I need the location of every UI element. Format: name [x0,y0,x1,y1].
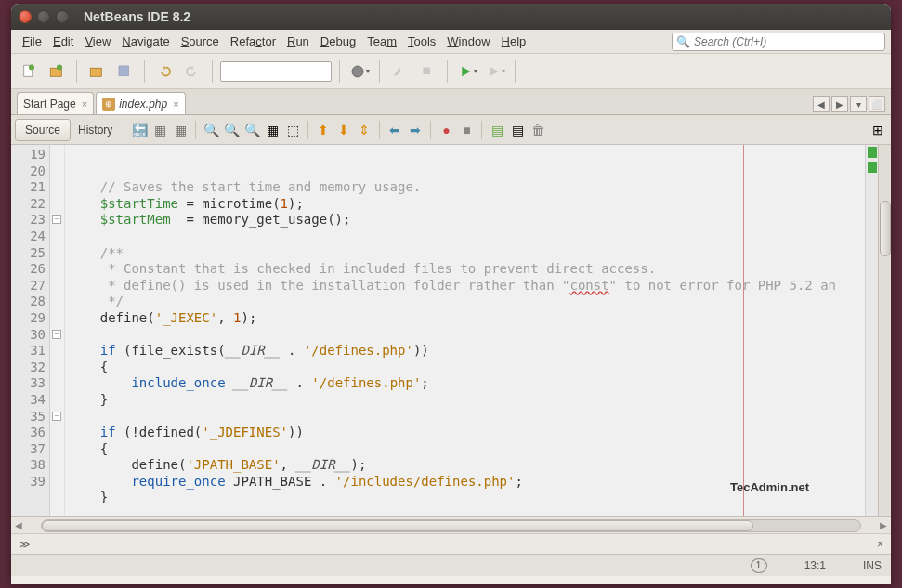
line-number[interactable]: 34 [11,392,49,409]
code-line[interactable]: $startMem = memory_get_usage(); [65,212,865,229]
config-combo[interactable] [220,61,332,82]
nav-dropdown-icon[interactable]: ▦ [171,121,190,139]
line-number-gutter[interactable]: 1920212223242526272829303132333435363738… [11,145,50,516]
insert-mode[interactable]: INS [863,559,882,572]
clean-build-button[interactable] [415,59,439,84]
search-input[interactable] [694,35,881,48]
quick-search[interactable]: 🔍 [672,33,885,51]
code-line[interactable]: */ [65,294,865,310]
code-line[interactable]: * Constant that is checked in included f… [65,261,865,278]
save-all-button[interactable] [112,59,137,84]
menu-debug[interactable]: Debug [315,33,361,50]
menu-view[interactable]: View [79,33,116,50]
notification-icon[interactable]: 1 [751,558,767,573]
close-icon[interactable]: × [82,98,87,110]
tab-prev-button[interactable]: ◀ [813,96,830,112]
line-number[interactable]: 19 [11,147,49,163]
code-line[interactable] [65,506,865,516]
nav-back-icon[interactable]: 🔙 [130,121,149,139]
new-project-button[interactable] [45,59,69,84]
toggle-bookmark-icon[interactable]: ⇕ [355,121,373,139]
fold-column[interactable]: −−− [50,145,65,516]
menu-team[interactable]: Team [361,33,402,50]
tab-next-button[interactable]: ▶ [831,96,848,112]
close-icon[interactable]: × [877,538,883,551]
line-number[interactable]: 27 [11,278,49,294]
code-line[interactable]: if (file_exists(__DIR__ . '/defines.php'… [65,343,865,359]
error-stripe[interactable] [865,145,878,516]
line-number[interactable]: 36 [11,425,49,441]
scrollbar-thumb[interactable] [880,201,891,256]
line-number[interactable]: 28 [11,294,49,310]
tab-list-button[interactable]: ▾ [850,96,867,112]
scrollbar-track[interactable] [41,519,861,532]
menu-file[interactable]: File [17,33,47,50]
fold-toggle-icon[interactable]: − [52,215,61,224]
fold-toggle-icon[interactable]: − [52,330,61,339]
line-number[interactable]: 31 [11,343,49,359]
toggle-highlight-icon[interactable]: ▦ [263,121,281,139]
scrollbar-thumb[interactable] [42,520,753,531]
line-number[interactable]: 30 [11,327,49,344]
shift-right-icon[interactable]: ➡ [406,121,425,139]
build-button[interactable] [387,59,412,84]
menu-edit[interactable]: Edit [47,33,79,50]
menu-help[interactable]: Help [496,33,532,50]
split-icon[interactable]: ⊞ [869,121,887,139]
horizontal-scrollbar[interactable]: ◀ ▶ [11,516,891,533]
code-line[interactable]: if (!defined('_JDEFINES')) [65,425,865,441]
line-number[interactable]: 37 [11,441,49,458]
macro-stop-icon[interactable]: ■ [457,121,476,139]
redo-button[interactable] [180,59,204,84]
close-icon[interactable]: × [173,98,178,110]
code-line[interactable] [65,409,865,425]
new-file-button[interactable] [17,59,41,84]
line-number[interactable]: 24 [11,229,49,245]
breadcrumb-chevron-icon[interactable]: ≫ [19,538,31,551]
line-number[interactable]: 33 [11,375,49,392]
line-number[interactable]: 22 [11,196,49,213]
fold-toggle-icon[interactable]: − [52,412,61,421]
line-number[interactable]: 26 [11,261,49,278]
menu-refactor[interactable]: Refactor [225,33,281,50]
code-line[interactable]: define('JPATH_BASE', __DIR__); [65,457,865,474]
window-minimize-button[interactable] [37,10,50,23]
find-next-icon[interactable]: 🔍 [242,121,261,139]
code-line[interactable]: } [65,392,865,409]
nav-fwd-icon[interactable]: ▦ [150,121,169,139]
undo-button[interactable] [152,59,176,84]
menu-window[interactable]: Window [441,33,495,50]
history-view-button[interactable]: History [72,119,118,141]
toggle-rect-icon[interactable]: ⬚ [283,121,302,139]
code-line[interactable]: * define() is used in the installation f… [65,278,865,294]
window-close-button[interactable] [19,10,32,23]
comment-icon[interactable]: ▤ [488,121,506,139]
vertical-scrollbar[interactable] [878,145,891,516]
run-button[interactable]: ▾ [455,59,479,84]
next-bookmark-icon[interactable]: ⬇ [334,121,353,139]
line-number[interactable]: 21 [11,179,49,196]
menu-run[interactable]: Run [281,33,315,50]
menu-tools[interactable]: Tools [402,33,441,50]
code-editor[interactable]: // Saves the start time and memory usage… [65,145,865,516]
code-line[interactable]: $startTime = microtime(1); [65,196,865,213]
line-number[interactable]: 39 [11,474,49,490]
line-number[interactable]: 25 [11,245,49,262]
menu-navigate[interactable]: Navigate [116,33,175,50]
source-view-button[interactable]: Source [15,119,71,141]
line-number[interactable]: 38 [11,457,49,474]
debug-button[interactable]: ▾ [483,59,507,84]
code-line[interactable]: define('_JEXEC', 1); [65,310,865,327]
tab-maximize-button[interactable]: ⬜ [869,96,885,112]
line-number[interactable]: 20 [11,163,49,180]
code-line[interactable]: include_once __DIR__ . '/defines.php'; [65,375,865,392]
line-number[interactable]: 23 [11,212,49,229]
cursor-position[interactable]: 13:1 [804,559,826,572]
find-selection-icon[interactable]: 🔍 [202,121,220,139]
tab-index-php[interactable]: ⊕ index.php × [96,92,185,114]
stripe-marker[interactable] [868,162,877,173]
code-line[interactable] [65,229,865,245]
code-line[interactable]: /** [65,245,865,262]
code-line[interactable] [65,327,865,344]
tab-start-page[interactable]: Start Page × [17,92,94,114]
